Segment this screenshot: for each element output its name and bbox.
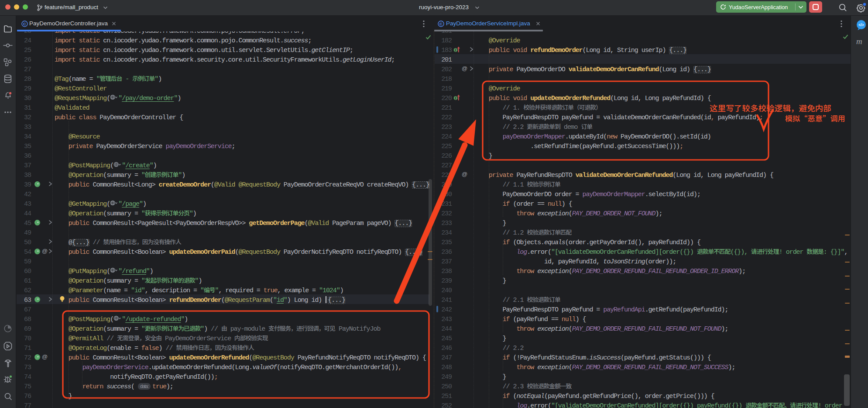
svg-text:C: C (23, 21, 26, 26)
svg-text:C: C (439, 21, 443, 26)
svg-text:</>: </> (858, 23, 864, 27)
